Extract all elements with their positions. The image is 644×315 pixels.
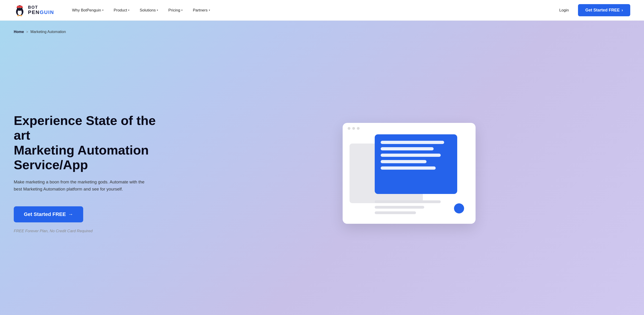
- hero-left: Experience State of the art Marketing Au…: [14, 113, 174, 234]
- chevron-down-icon: ▾: [128, 9, 130, 12]
- chevron-down-icon: ▾: [102, 9, 104, 12]
- nav-item-product[interactable]: Product ▾: [110, 6, 134, 14]
- hero-description: Make marketing a boon from the marketing…: [14, 178, 147, 192]
- card-line-1: [381, 141, 444, 144]
- bottom-line-1: [375, 200, 441, 203]
- nav-item-why[interactable]: Why BotPenguin ▾: [68, 6, 108, 14]
- hero-right: [188, 123, 630, 224]
- nav-right: Login Get Started FREE ›: [556, 4, 630, 16]
- nav-item-partners[interactable]: Partners ▾: [188, 6, 214, 14]
- logo-penguin: PENGUIN: [28, 10, 54, 15]
- breadcrumb-separator: >: [26, 30, 28, 34]
- window-dots: [343, 123, 365, 134]
- breadcrumb-home[interactable]: Home: [14, 30, 24, 34]
- chevron-down-icon: ▾: [181, 9, 183, 12]
- chat-bubble-icon: [454, 203, 464, 214]
- hero-title: Experience State of the art Marketing Au…: [14, 113, 174, 172]
- bottom-line-3: [375, 212, 416, 214]
- logo-guin: GUIN: [40, 10, 54, 15]
- window-dot-3: [357, 127, 360, 130]
- logo-text: BOT PENGUIN: [28, 5, 54, 15]
- card-line-4: [381, 160, 426, 163]
- login-button[interactable]: Login: [556, 6, 572, 14]
- card-line-3: [381, 154, 441, 157]
- svg-point-9: [17, 15, 20, 16]
- breadcrumb: Home > Marketing Automation: [14, 30, 630, 34]
- hero-content: Experience State of the art Marketing Au…: [14, 46, 630, 301]
- chevron-down-icon: ▾: [209, 9, 210, 12]
- logo-bot: BOT: [28, 5, 54, 10]
- window-dot-2: [352, 127, 355, 130]
- breadcrumb-current: Marketing Automation: [30, 30, 66, 34]
- logo-icon: [14, 4, 26, 16]
- card-line-5: [381, 166, 436, 170]
- nav-links: Why BotPenguin ▾ Product ▾ Solutions ▾ P…: [68, 6, 556, 14]
- card-line-2: [381, 147, 434, 150]
- svg-point-10: [20, 15, 22, 16]
- chevron-down-icon: ▾: [157, 9, 158, 12]
- main-blue-card: [375, 134, 457, 194]
- cta-group: Get Started FREE → FREE Forever Plan, No…: [14, 206, 174, 234]
- hero-section: Home > Marketing Automation Experience S…: [0, 21, 644, 315]
- hero-illustration: [343, 123, 476, 224]
- logo[interactable]: BOT PENGUIN: [14, 4, 54, 16]
- window-dot-1: [348, 127, 350, 130]
- free-plan-note: FREE Forever Plan, No Credit Card Requir…: [14, 229, 92, 233]
- get-started-nav-button[interactable]: Get Started FREE ›: [578, 4, 630, 16]
- get-started-hero-button[interactable]: Get Started FREE →: [14, 206, 83, 222]
- bottom-content: [375, 200, 457, 217]
- nav-item-pricing[interactable]: Pricing ▾: [164, 6, 187, 14]
- nav-item-solutions[interactable]: Solutions ▾: [136, 6, 162, 14]
- bottom-line-2: [375, 206, 424, 208]
- navbar: BOT PENGUIN Why BotPenguin ▾ Product ▾ S…: [0, 0, 644, 21]
- svg-rect-8: [16, 7, 23, 8]
- logo-pen: PEN: [28, 10, 40, 15]
